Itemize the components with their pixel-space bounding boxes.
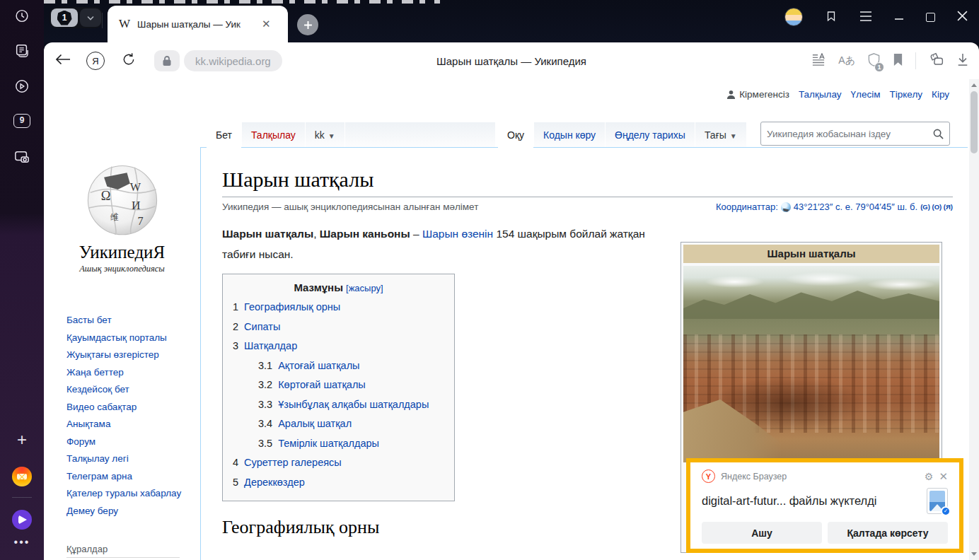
address-bar[interactable]: kk.wikipedia.org	[184, 50, 282, 71]
download-complete-check-icon: ✓	[941, 506, 951, 516]
scroll-down-arrow[interactable]	[971, 552, 977, 556]
rail-more-icon[interactable]: •••	[14, 536, 30, 549]
svg-text:И: И	[131, 199, 139, 212]
nav-link[interactable]: Қауымдастық порталы	[66, 332, 167, 343]
notification-close-icon[interactable]: ✕	[939, 470, 948, 483]
new-tab-button[interactable]	[297, 14, 318, 35]
toc-link[interactable]: Сипаты	[244, 317, 280, 337]
charyn-canyon-photo[interactable]	[683, 266, 939, 462]
browser-toolbar: Я kk.wikipedia.org Шарын шатқалы — Уикип…	[44, 42, 979, 79]
translate-icon[interactable]: Aあ	[838, 54, 855, 67]
maximize-button[interactable]	[926, 13, 935, 22]
toc-header: Мазмұны	[294, 281, 343, 293]
geo-globe-icon[interactable]	[781, 202, 791, 212]
user-avatar[interactable]	[784, 8, 803, 26]
charyn-river-link[interactable]: Шарын өзенін	[422, 228, 493, 240]
wikipedia-logo[interactable]: Ω W И 7 维 УикипедиЯ Ашық энциклопедиясы	[44, 161, 200, 274]
scroll-up-arrow[interactable]	[971, 83, 977, 87]
tab-history[interactable]: Өңделу тарихы	[606, 122, 695, 148]
active-browser-tab[interactable]: W Шарын шатқалы — Уик ✕	[108, 6, 288, 42]
tab-group-pill: 1	[51, 8, 78, 27]
tabs-count-button[interactable]: 9	[13, 114, 30, 128]
browser-window: 9 + ••• 1 W Шарын шатқалы — Уик ✕	[0, 0, 979, 560]
tab-view-source[interactable]: Кодын көру	[534, 122, 605, 148]
refresh-icon[interactable]	[122, 52, 136, 69]
wiki-search-input[interactable]	[767, 129, 933, 139]
toc-link[interactable]: Көртоғай шатқалы	[278, 375, 366, 395]
toc-link[interactable]: Географиялық орны	[244, 298, 340, 317]
nav-link[interactable]: Жаңа беттер	[66, 367, 124, 378]
nav-link[interactable]: Демеу беру	[66, 506, 118, 516]
screenshot-icon[interactable]	[13, 149, 30, 165]
menu-hamburger-icon[interactable]	[859, 11, 872, 23]
tab-page[interactable]: Бет	[207, 122, 241, 148]
toc-item: 3 Шатқалдар	[233, 337, 444, 356]
downloads-icon[interactable]	[956, 52, 969, 69]
nav-link[interactable]: Қателер туралы хабарлау	[66, 488, 181, 498]
table-of-contents: Мазмұны [жасыру] 1 Географиялық орны 2 С…	[222, 274, 455, 501]
nav-link[interactable]: Кездейсоқ бет	[66, 384, 129, 395]
svg-text:Ω: Ω	[100, 189, 110, 203]
show-in-folder-button[interactable]: Қалтада көрсету	[828, 522, 948, 544]
coordinates-services[interactable]: (G) (O) (Я)	[920, 203, 953, 211]
nav-link[interactable]: Басты бет	[66, 315, 112, 325]
article-title: Шарын шатқалы	[222, 168, 953, 197]
collections-icon[interactable]	[928, 52, 944, 69]
yandex-home-button[interactable]: Я	[86, 52, 105, 70]
svg-text:W: W	[129, 181, 141, 194]
bookmark-star-icon[interactable]	[893, 53, 903, 69]
wiki-search-box[interactable]	[760, 122, 950, 146]
toc-link[interactable]: Суреттер галереясы	[244, 453, 342, 473]
history-clock-icon[interactable]	[15, 8, 30, 23]
scroll-thumb[interactable]	[971, 91, 978, 153]
protect-shield-icon[interactable]: 1	[867, 52, 881, 70]
nav-link[interactable]: Форум	[66, 436, 95, 447]
video-play-icon[interactable]	[14, 78, 30, 94]
bookmarks-panel-icon[interactable]	[825, 10, 838, 25]
wiki-nav-list: Басты бетҚауымдастық порталыЖуықтағы өзг…	[66, 312, 191, 520]
alice-assistant-icon[interactable]	[12, 510, 32, 530]
toc-link[interactable]: Ұзынбұлақ алқабы шатқалдары	[278, 395, 429, 415]
coordinates-value[interactable]: 43°21′23″ с. е. 79°04′45″ ш. б.	[794, 202, 917, 212]
tab-read[interactable]: Оқу	[498, 122, 533, 148]
tab-language-dropdown[interactable]: kk▼	[306, 122, 344, 148]
tab-close-icon[interactable]: ✕	[262, 18, 271, 30]
toc-link[interactable]: Темірлік шатқалдары	[278, 434, 379, 454]
page-scrollbar[interactable]	[969, 79, 979, 560]
minimize-button[interactable]	[894, 11, 904, 23]
article-tagline: Уикипедия — ашық энциклопедиясынан алынғ…	[222, 202, 478, 212]
tab-group-chip[interactable]: 1	[50, 7, 103, 28]
search-icon[interactable]	[933, 129, 944, 139]
close-window-button[interactable]	[957, 11, 968, 23]
notification-app-name: Яндекс Браузер	[721, 472, 787, 482]
tab-talk[interactable]: Талқылау	[242, 122, 305, 148]
svg-text:7: 7	[137, 215, 143, 228]
toc-link[interactable]: Ақтоғай шатқалы	[278, 356, 359, 376]
nav-link[interactable]: Жуықтағы өзгерістер	[66, 349, 159, 360]
toc-link[interactable]: Дереккөздер	[244, 473, 305, 493]
reader-mode-icon[interactable]	[811, 53, 826, 69]
feed-notes-icon[interactable]	[14, 43, 30, 59]
toc-link[interactable]: Аралық шатқал	[278, 414, 352, 434]
wiki-tab-row: Бет Талқылау kk▼ Оқу Кодын көру Өңделу т…	[44, 79, 969, 148]
rail-add-icon[interactable]: +	[17, 433, 27, 447]
toc-hide-link[interactable]: [жасыру]	[346, 283, 383, 293]
svg-text:维: 维	[110, 212, 118, 222]
open-file-button[interactable]: Ашу	[702, 522, 822, 544]
nav-link[interactable]: Видео сабақтар	[66, 402, 137, 412]
notification-settings-icon[interactable]: ⚙	[925, 471, 934, 482]
back-icon[interactable]	[55, 54, 71, 68]
tools-header: Құралдар	[66, 544, 180, 558]
nav-link[interactable]: Талқылау легі	[66, 453, 129, 464]
nav-link[interactable]: Телеграм арна	[66, 471, 132, 482]
tab-more-dropdown[interactable]: Тағы▼	[695, 122, 746, 148]
downloaded-file-icon[interactable]: ✓	[927, 488, 948, 514]
intro-paragraph: Шарын шатқалы, Шарын каньоны – Шарын өзе…	[222, 223, 675, 264]
toc-item: 3.3 Ұзынбұлақ алқабы шатқалдары	[233, 395, 444, 415]
site-security-chip[interactable]	[154, 50, 180, 71]
coordinates-label[interactable]: Координаттар:	[716, 202, 778, 212]
tab-group-caret[interactable]	[80, 8, 101, 27]
toc-link[interactable]: Шатқалдар	[244, 337, 297, 356]
nav-link[interactable]: Анықтама	[66, 419, 110, 429]
yandex-mail-icon[interactable]	[12, 467, 32, 486]
